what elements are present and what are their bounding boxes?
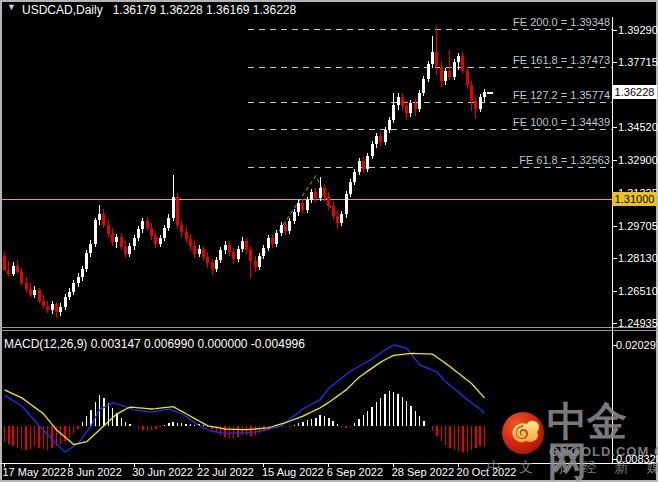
bull-candle-body — [137, 229, 140, 238]
bear-candle-body — [379, 136, 382, 142]
collapse-chart-icon[interactable]: ▼ — [7, 2, 16, 12]
cngold-logo-icon — [501, 411, 545, 455]
bear-candle-body — [327, 197, 330, 206]
bull-candle-body — [163, 228, 166, 238]
bear-candle-body — [271, 238, 274, 244]
chart-title-bar: ▼ USDCAD,Daily1.36179 1.36228 1.36169 1.… — [0, 0, 658, 16]
bull-candle-body — [453, 62, 456, 76]
bear-candle-body — [401, 97, 404, 106]
bull-candle-body — [288, 221, 291, 231]
bear-candle-body — [124, 247, 127, 254]
bull-candle-body — [422, 79, 425, 93]
bull-candle-body — [275, 233, 278, 244]
bull-candle-body — [133, 238, 136, 246]
ohlc-values-label: 1.36179 1.36228 1.36169 1.36228 — [113, 3, 297, 17]
bear-candle-body — [42, 301, 45, 306]
bear-candle-body — [323, 188, 326, 197]
price-tick-label: 1.34520 — [618, 121, 658, 133]
fib-level-label: FE 161.8 = 1.37473 — [513, 54, 610, 66]
price-tick-label: 1.28130 — [618, 252, 658, 264]
bull-candle-body — [483, 92, 486, 97]
bull-candle-body — [72, 283, 75, 292]
bull-candle-body — [479, 97, 482, 109]
bull-candle-body — [237, 249, 240, 259]
symbol-period-label: USDCAD,Daily — [22, 3, 103, 17]
bull-candle-body — [258, 256, 261, 266]
bull-candle-body — [457, 56, 460, 62]
bull-candle-body — [427, 64, 430, 78]
fib-level-label: FE 61.8 = 1.32563 — [519, 154, 610, 166]
bear-candle-body — [111, 234, 114, 242]
date-tick-label: 8 Jun 2022 — [67, 466, 121, 478]
bull-candle-body — [64, 297, 67, 307]
bear-candle-body — [448, 71, 451, 77]
bull-candle-body — [349, 182, 352, 194]
macd-main-line — [5, 345, 485, 452]
bear-candle-body — [3, 256, 6, 269]
bull-candle-body — [98, 214, 101, 219]
bear-candle-body — [180, 225, 183, 232]
price-tick-label: 1.26510 — [618, 285, 658, 297]
bull-candle-body — [172, 197, 175, 217]
bull-candle-body — [77, 277, 80, 283]
price-tick-label: 1.32900 — [618, 154, 658, 166]
bull-candle-body — [358, 161, 361, 171]
bear-candle-body — [245, 241, 248, 250]
bull-candle-body — [198, 249, 201, 254]
bull-candle-body — [340, 214, 343, 222]
bull-candle-body — [219, 250, 222, 260]
bear-candle-body — [211, 263, 214, 268]
bull-candle-body — [115, 237, 118, 242]
macd-signal-line — [5, 353, 485, 444]
bear-candle-body — [435, 52, 438, 66]
bear-candle-body — [154, 236, 157, 244]
bull-candle-body — [392, 105, 395, 119]
bull-candle-body — [224, 245, 227, 250]
fib-level-label: FE 200.0 = 1.39348 — [513, 16, 610, 28]
bull-candle-body — [12, 266, 15, 274]
bear-candle-body — [120, 237, 123, 247]
bull-candle-body — [267, 238, 270, 248]
bull-candle-body — [59, 307, 62, 312]
bear-candle-body — [29, 289, 32, 295]
chart-window: ▼ USDCAD,Daily1.36179 1.36228 1.36169 1.… — [0, 0, 658, 482]
price-tick-label: 1.37715 — [618, 56, 658, 68]
bull-candle-body — [215, 260, 218, 268]
bear-candle-body — [38, 290, 41, 301]
bear-candle-body — [461, 56, 464, 70]
fib-level-label: FE 127.2 = 1.35774 — [513, 89, 610, 101]
date-tick-label: 22 Jul 2022 — [197, 466, 254, 478]
bear-candle-body — [414, 103, 417, 109]
macd-scale-min-label: 0.008328 — [616, 453, 658, 465]
price-tick-label: 1.29705 — [618, 220, 658, 232]
price-tick-label: 1.24935 — [618, 317, 658, 329]
bear-candle-body — [362, 161, 365, 168]
bear-candle-body — [189, 239, 192, 246]
bull-candle-body — [89, 244, 92, 253]
bear-candle-body — [146, 221, 149, 228]
bull-candle-body — [319, 188, 322, 198]
bear-candle-body — [228, 245, 231, 252]
bull-candle-body — [141, 221, 144, 229]
current-price-tag: 1.36228 — [612, 85, 657, 99]
bull-candle-body — [262, 248, 265, 256]
horizontal-line-price-tag: 1.31000 — [612, 192, 657, 206]
bear-candle-body — [470, 85, 473, 101]
bear-candle-body — [254, 261, 257, 266]
bear-candle-body — [284, 225, 287, 231]
bull-candle-body — [409, 103, 412, 113]
bear-candle-body — [336, 216, 339, 223]
date-tick-label: 6 Sep 2022 — [327, 466, 383, 478]
bull-candle-body — [51, 304, 54, 310]
bear-candle-body — [314, 192, 317, 198]
bear-candle-body — [193, 246, 196, 254]
bear-candle-body — [332, 206, 335, 215]
bull-candle-body — [353, 172, 356, 182]
bear-candle-body — [46, 306, 49, 310]
bear-candle-body — [176, 197, 179, 225]
chart-title: USDCAD,Daily1.36179 1.36228 1.36169 1.36… — [22, 3, 296, 17]
price-tick-label: 1.39290 — [618, 24, 658, 36]
bull-candle-body — [310, 192, 313, 200]
bear-candle-body — [55, 304, 58, 312]
bull-candle-body — [306, 200, 309, 210]
